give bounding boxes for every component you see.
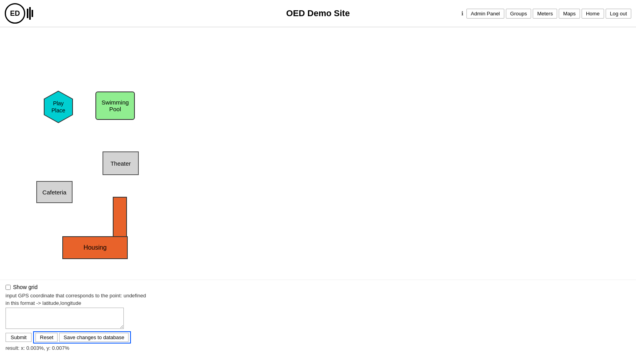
housing-bottom: Housing [62, 236, 128, 259]
page-title: OED Demo Site [286, 8, 350, 19]
admin-panel-button[interactable]: Admin Panel [466, 9, 504, 19]
play-place-shape [42, 90, 75, 123]
meters-button[interactable]: Meters [533, 9, 557, 19]
show-grid-label[interactable]: Show grid [13, 284, 37, 290]
submit-button[interactable]: Submit [6, 333, 32, 342]
swimming-pool-item[interactable]: Swimming Pool [95, 91, 135, 120]
map-area[interactable]: Play Place Swimming Pool Theater Cafeter… [0, 27, 636, 280]
gps-textarea[interactable] [6, 308, 124, 329]
maps-button[interactable]: Maps [559, 9, 580, 19]
reset-button[interactable]: Reset [35, 333, 58, 342]
logout-button[interactable]: Log out [606, 9, 631, 19]
bottom-controls: Show grid input GPS coordinate that corr… [0, 280, 636, 355]
logo-bar-3 [32, 10, 33, 17]
home-button[interactable]: Home [582, 9, 604, 19]
logo-bar-2 [29, 7, 31, 20]
show-grid-row: Show grid [6, 284, 630, 290]
gps-info-line1: input GPS coordinate that corresponds to… [6, 293, 630, 299]
show-grid-checkbox[interactable] [6, 285, 11, 290]
logo: ED [5, 3, 33, 24]
theater-item[interactable]: Theater [103, 151, 139, 175]
save-button[interactable]: Save changes to database [59, 333, 129, 342]
logo-circle: ED [5, 3, 25, 24]
logo-text: ED [10, 9, 20, 18]
header: ED OED Demo Site ℹ Admin Panel Groups Me… [0, 0, 636, 27]
result-text: result: x: 0.003%, y: 0.007% [6, 345, 630, 351]
info-icon: ℹ [461, 10, 463, 17]
action-row: Reset Save changes to database [33, 331, 131, 343]
cafeteria-item[interactable]: Cafeteria [36, 181, 73, 203]
logo-bar-1 [27, 9, 28, 18]
nav-buttons: ℹ Admin Panel Groups Meters Maps Home Lo… [461, 9, 631, 19]
housing-top [113, 197, 127, 240]
logo-bars [27, 7, 33, 20]
gps-info-line2: in this format -> latitude,longitude [6, 300, 630, 306]
groups-button[interactable]: Groups [506, 9, 532, 19]
svg-marker-0 [44, 91, 73, 123]
